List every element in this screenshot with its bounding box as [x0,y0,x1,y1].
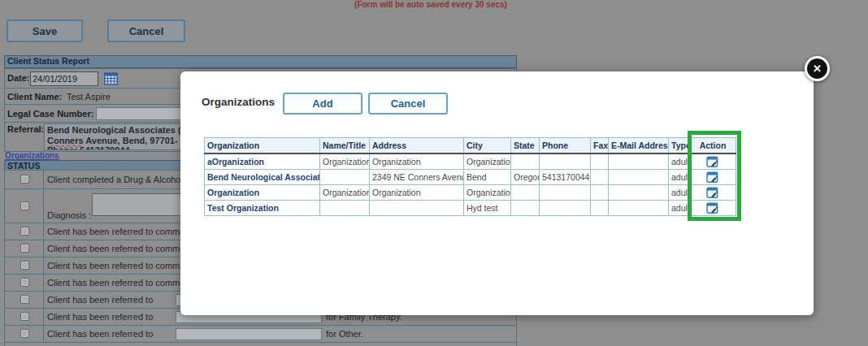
close-icon[interactable]: ✕ [805,56,830,81]
cell-email [609,201,669,216]
status-row-text: Client has been referred to comme [47,227,184,236]
form-title-bar: Client Status Report [4,55,517,68]
cell-organization: aOrganization [205,154,320,170]
column-header: Organization [205,138,320,154]
status-checkbox[interactable] [20,295,29,304]
cell-fax [591,185,609,201]
table-row: Test OrganizationHyd testadult [205,201,736,216]
diagnosis-label: Diagnosis : [47,210,91,220]
cell-address: 2349 NE Conners Avenue [370,170,464,185]
status-checkbox[interactable] [20,261,29,270]
cancel-button[interactable]: Cancel [107,19,185,42]
status-checkbox[interactable] [20,312,29,321]
cell-state [511,154,540,170]
status-row-text: Client has been referred to [47,329,153,339]
autosave-note: (Form will be auto saved every 30 secs) [309,0,553,9]
checkbox-cell [5,326,44,342]
status-row-with-input: Client has been referred to for Other. [4,325,517,343]
checkbox-cell [5,257,44,274]
status-row-suffix: for Other. [326,329,363,339]
cell-organization: Test Organization [205,201,320,216]
cell-state [511,185,540,201]
client-name-label: Client Name: [7,92,62,102]
column-header: Name/Title [320,138,370,154]
checkbox-cell [5,189,44,223]
cancel-button-label: Cancel [129,25,164,37]
dialog-title: Organizations [202,96,275,108]
action-column-highlight [688,131,741,221]
dialog-cancel-button[interactable]: Cancel [368,93,448,115]
cell-city: Hyd test [464,201,511,216]
legal-case-label: Legal Case Number: [7,109,93,119]
cell-email [609,185,669,201]
column-header: E-Mail Address [609,138,669,154]
column-header: Fax [591,138,609,154]
save-button-label: Save [33,25,57,37]
organizations-table-body: aOrganizationOrganizationOrganizationOrg… [205,154,736,216]
status-checkbox[interactable] [20,329,29,338]
form-title: Client Status Report [7,56,89,66]
checkbox-cell [5,309,44,325]
checkbox-cell [5,171,44,188]
add-button[interactable]: Add [283,93,362,115]
status-row-text: Client has been referred to [47,312,153,322]
column-header: Address [370,138,464,154]
dialog-cancel-label: Cancel [391,97,426,110]
table-header-row: OrganizationName/TitleAddressCityStatePh… [205,138,736,154]
checkbox-cell [5,292,44,308]
referral-line3: Phone: 5413170044 [47,145,130,150]
client-status-report-page: (Form will be auto saved every 30 secs) … [0,0,868,346]
cell-address: Organization [370,185,464,201]
cell-phone [540,154,591,170]
status-checkbox[interactable] [20,175,29,184]
cell-address: Organization [370,154,464,170]
status-row-partial [4,342,517,346]
cell-type: adult [669,154,690,170]
date-label: Date: [7,73,30,83]
cell-city: Organization [464,154,511,170]
cell-organization: Bend Neurological Associates [205,170,320,185]
cell-type: adult [669,170,690,185]
cell-phone: 5413170044 [540,170,591,185]
column-header: City [464,138,511,154]
organizations-link[interactable]: Organizations [5,151,59,160]
cell-city: Organization [464,185,511,201]
cell-fax [591,170,609,185]
cell-fax [591,154,609,170]
organizations-table: OrganizationName/TitleAddressCityStatePh… [204,137,736,216]
checkbox-cell [5,223,44,240]
status-checkbox[interactable] [20,227,29,236]
table-row: aOrganizationOrganizationOrganizationOrg… [205,154,736,170]
referral-line1: Bend Neurological Associates ( [47,125,181,135]
cell-phone [540,201,591,216]
client-name-value: Test Aspire [67,92,111,102]
cell-state: Oregon [511,170,540,185]
cell-email [609,170,669,185]
cell-city: Bend [464,170,511,185]
status-checkbox[interactable] [20,244,29,253]
referral-line2: Avenue, Bend, 97701- [84,136,178,145]
status-checkbox[interactable] [20,201,29,210]
cell-name-title: Organization [320,154,370,170]
checkbox-cell [5,240,44,257]
status-row-text: Client has been referred to comme [47,278,184,288]
status-checkbox[interactable] [20,278,29,287]
save-button[interactable]: Save [7,19,83,42]
cell-name-title: Organization [320,185,370,201]
table-row: Bend Neurological Associates2349 NE Conn… [205,170,736,185]
status-row-text: Client has been referred to [47,295,153,305]
referred-to-input[interactable] [176,328,322,340]
cell-name-title [320,201,370,216]
referral-misspelled-word: Conners [47,136,84,145]
cell-organization: Organization [205,185,320,201]
column-header: Phone [540,138,591,154]
column-header: Type [669,138,690,154]
cell-type: adult [669,185,690,201]
legal-case-input[interactable] [96,107,192,120]
table-row: OrganizationOrganizationOrganizationOrga… [205,185,736,201]
cell-type: adult [669,201,690,216]
cell-phone [540,185,591,201]
cell-state [511,201,540,216]
calendar-icon[interactable] [104,72,118,85]
date-input[interactable] [30,71,98,86]
